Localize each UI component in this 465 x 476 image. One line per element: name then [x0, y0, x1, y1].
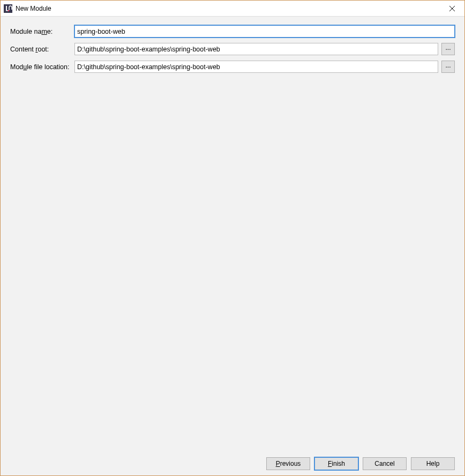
svg-rect-3 — [8, 10, 9, 11]
content-root-browse-button[interactable]: ... — [441, 43, 455, 55]
content-root-label: Content root: — [10, 46, 74, 53]
close-button[interactable] — [440, 1, 464, 17]
help-button[interactable]: Help — [411, 457, 455, 470]
cancel-button[interactable]: Cancel — [363, 457, 407, 470]
dialog-content: Module name: Content root: ... Module fi… — [1, 17, 464, 475]
title-bar: New Module — [1, 1, 464, 17]
content-root-input[interactable] — [74, 43, 438, 55]
window-title: New Module — [16, 5, 440, 12]
module-name-label: Module name: — [10, 28, 74, 35]
close-icon — [449, 6, 455, 11]
module-file-location-label: Module file location: — [10, 63, 74, 71]
content-root-row: Content root: ... — [10, 43, 455, 55]
svg-rect-1 — [6, 6, 7, 10]
module-file-location-browse-button[interactable]: ... — [441, 61, 455, 73]
previous-button[interactable]: Previous — [266, 457, 310, 470]
module-name-input[interactable] — [74, 25, 455, 38]
spacer — [10, 78, 455, 452]
module-name-row: Module name: — [10, 25, 455, 38]
app-icon — [4, 4, 12, 13]
module-file-location-input[interactable] — [74, 61, 438, 73]
button-bar: Previous Finish Cancel Help — [10, 452, 455, 470]
new-module-dialog: New Module Module name: Content root: ..… — [0, 0, 465, 476]
finish-button[interactable]: Finish — [314, 457, 358, 470]
module-file-location-row: Module file location: ... — [10, 61, 455, 73]
